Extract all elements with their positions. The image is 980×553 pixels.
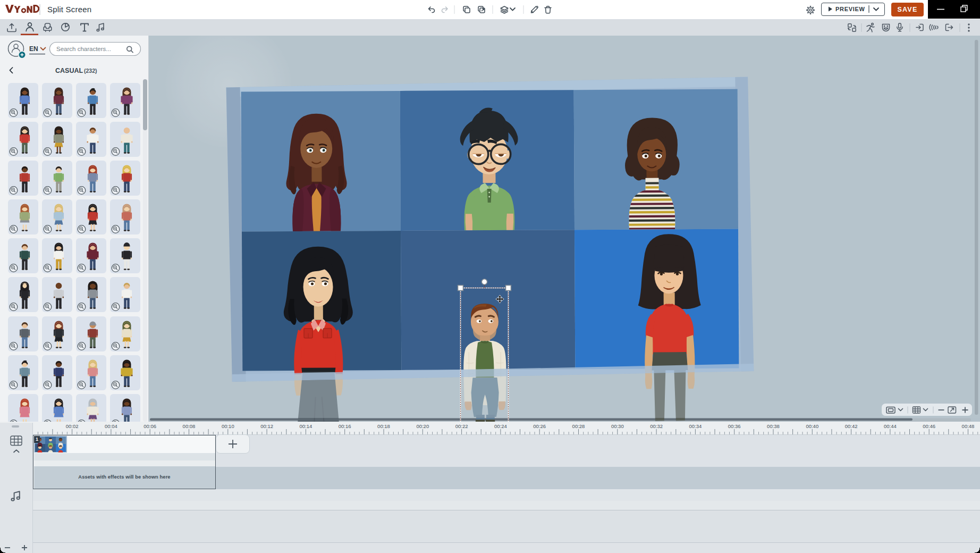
svg-text:00:36: 00:36 — [728, 423, 741, 429]
svg-text:00:46: 00:46 — [923, 423, 935, 429]
svg-text:Search characters...: Search characters... — [56, 46, 111, 52]
svg-text:00:48: 00:48 — [962, 423, 975, 429]
svg-text:(232): (232) — [84, 68, 97, 74]
svg-text:00:20: 00:20 — [416, 423, 429, 429]
svg-text:00:08: 00:08 — [183, 423, 196, 429]
svg-text:00:24: 00:24 — [494, 423, 507, 429]
svg-text:00:28: 00:28 — [572, 423, 585, 429]
svg-text:00:44: 00:44 — [884, 423, 897, 429]
svg-text:00:16: 00:16 — [339, 423, 351, 429]
svg-text:00:04: 00:04 — [105, 423, 117, 429]
svg-text:00:22: 00:22 — [455, 423, 468, 429]
svg-text:00:32: 00:32 — [650, 423, 663, 429]
svg-text:00:26: 00:26 — [533, 423, 546, 429]
svg-text:00:34: 00:34 — [689, 423, 702, 429]
svg-text:00:02: 00:02 — [66, 423, 79, 429]
svg-text:00:40: 00:40 — [806, 423, 818, 429]
svg-text:00:30: 00:30 — [611, 423, 624, 429]
svg-text:00:38: 00:38 — [767, 423, 780, 429]
svg-text:00:12: 00:12 — [260, 423, 273, 429]
svg-text:CASUAL: CASUAL — [55, 67, 83, 74]
svg-text:00:14: 00:14 — [300, 423, 312, 429]
svg-text:00:06: 00:06 — [143, 423, 156, 429]
svg-text:00:42: 00:42 — [845, 423, 858, 429]
svg-text:00:10: 00:10 — [222, 423, 234, 429]
svg-text:00:18: 00:18 — [377, 423, 390, 429]
svg-text:EN: EN — [29, 45, 38, 53]
